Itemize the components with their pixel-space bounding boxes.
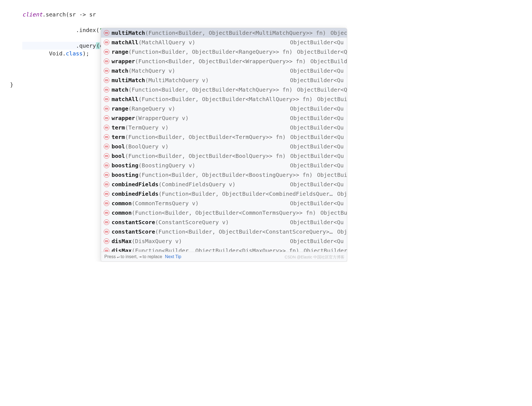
completion-name: common: [112, 199, 132, 207]
completion-signature: (Function<Builder, ObjectBuilder<Boostin…: [138, 171, 312, 179]
completion-name: multiMatch: [112, 29, 145, 37]
completion-item[interactable]: mcombinedFields(CombinedFieldsQuery v)Ob…: [101, 180, 347, 189]
completion-signature: (Function<Builder, ObjectBuilder<MatchAl…: [138, 95, 312, 103]
completion-return-type: ObjectBuilder<Qu: [285, 180, 344, 188]
completion-item[interactable]: mdisMax(Function<Builder, ObjectBuilder<…: [101, 246, 347, 252]
completion-item[interactable]: mmatchAll(Function<Builder, ObjectBuilde…: [101, 94, 347, 104]
completion-signature: (MatchQuery v): [128, 67, 175, 75]
completion-signature: (Function<Builder, ObjectBuilder<MultiMa…: [145, 29, 326, 37]
completion-name: matchAll: [112, 95, 138, 103]
method-icon: m: [104, 134, 109, 140]
completion-signature: (Function<Builder, ObjectBuilder<CommonT…: [132, 209, 316, 217]
keyword-class: class: [66, 50, 83, 57]
completion-signature: (Function<Builder, ObjectBuilder<BoolQue…: [125, 152, 286, 160]
completion-return-type: ObjectBuilder<Qu: [286, 152, 344, 160]
completion-item[interactable]: mboosting(Function<Builder, ObjectBuilde…: [101, 170, 347, 180]
completion-item[interactable]: mconstantScore(ConstantScoreQuery v)Obje…: [101, 217, 347, 227]
completion-signature: (WrapperQuery v): [135, 114, 189, 122]
footer-text: to insert,: [121, 254, 138, 260]
completion-signature: (Function<Builder, ObjectBuilder<MatchQu…: [128, 86, 292, 94]
completion-name: disMax: [112, 247, 132, 252]
completion-item[interactable]: mcommon(CommonTermsQuery v)ObjectBuilder…: [101, 199, 347, 208]
completion-name: disMax: [112, 237, 132, 245]
completion-item[interactable]: mmatch(MatchQuery v)ObjectBuilder<Qu: [101, 66, 347, 75]
completion-name: constantScore: [112, 218, 155, 226]
completion-item[interactable]: mmatch(Function<Builder, ObjectBuilder<M…: [101, 85, 347, 94]
footer-text: Press: [104, 254, 116, 260]
method-icon: m: [104, 30, 109, 36]
completion-signature: (BoolQuery v): [125, 143, 169, 150]
completion-return-type: ObjectBuilder<Qu: [316, 209, 347, 217]
completion-signature: (Function<Builder, ObjectBuilder<Constan…: [155, 228, 333, 236]
enter-key-icon: ↵: [117, 254, 120, 260]
completion-return-type: ObjectBuilder<Qu: [285, 124, 344, 131]
completion-item[interactable]: mterm(TermQuery v)ObjectBuilder<Qu: [101, 123, 347, 132]
completion-signature: (Function<Builder, ObjectBuilder<DisMaxQ…: [132, 247, 299, 252]
method-icon: m: [104, 68, 109, 74]
completion-name: combinedFields: [112, 190, 159, 198]
completion-item[interactable]: mcommon(Function<Builder, ObjectBuilder<…: [101, 208, 347, 217]
completion-item[interactable]: mbool(Function<Builder, ObjectBuilder<Bo…: [101, 151, 347, 161]
method-icon: m: [104, 200, 109, 206]
completion-return-type: ObjectBuilder<Qu: [292, 48, 347, 56]
completion-name: matchAll: [112, 38, 138, 46]
completion-item[interactable]: mwrapper(WrapperQuery v)ObjectBuilder<Qu: [101, 113, 347, 123]
completion-item[interactable]: mbool(BoolQuery v)ObjectBuilder<Qu: [101, 142, 347, 151]
completion-item[interactable]: mconstantScore(Function<Builder, ObjectB…: [101, 227, 347, 236]
completion-item[interactable]: mwrapper(Function<Builder, ObjectBuilder…: [101, 57, 347, 66]
completion-return-type: ObjectBuilder<Qu: [285, 199, 344, 207]
code-text: .query: [76, 42, 96, 49]
next-tip-link[interactable]: Next Tip: [165, 254, 181, 260]
completion-return-type: ObjectBuilder<Qu: [285, 237, 344, 245]
completion-return-type: ObjectBuilder<Qu: [285, 218, 344, 226]
completion-name: multiMatch: [112, 76, 145, 84]
completion-name: term: [112, 124, 125, 131]
completion-return-type: ObjectBuilder<Qu: [306, 57, 347, 65]
completion-name: common: [112, 209, 132, 217]
completion-signature: (Function<Builder, ObjectBuilder<Combine…: [159, 190, 333, 198]
completion-list[interactable]: mmultiMatch(Function<Builder, ObjectBuil…: [101, 28, 347, 252]
completion-name: bool: [112, 143, 125, 150]
method-icon: m: [104, 172, 109, 178]
method-icon: m: [104, 115, 109, 121]
completion-item[interactable]: mterm(Function<Builder, ObjectBuilder<Te…: [101, 132, 347, 142]
completion-name: match: [112, 86, 128, 94]
completion-name: combinedFields: [112, 180, 159, 188]
completion-return-type: ObjectBuilder<Qu: [285, 114, 344, 122]
completion-signature: (CombinedFieldsQuery v): [159, 180, 236, 188]
method-icon: m: [104, 163, 109, 168]
completion-item[interactable]: mdisMax(DisMaxQuery v)ObjectBuilder<Qu: [101, 236, 347, 246]
indent: [22, 50, 49, 57]
completion-return-type: ObjectBuilder<Qu: [333, 190, 347, 198]
completion-signature: (RangeQuery v): [128, 105, 175, 112]
method-icon: m: [104, 153, 109, 159]
completion-item[interactable]: mrange(RangeQuery v)ObjectBuilder<Qu: [101, 104, 347, 113]
code-dot: .: [63, 50, 66, 57]
completion-signature: (DisMaxQuery v): [132, 237, 182, 245]
completion-return-type: ObjectBuilder<Qu: [326, 29, 347, 37]
method-icon: m: [104, 106, 109, 111]
code-type: Void: [49, 50, 62, 57]
completion-signature: (TermQuery v): [125, 124, 169, 131]
method-icon: m: [104, 210, 109, 216]
code-completion-popup[interactable]: mmultiMatch(Function<Builder, ObjectBuil…: [101, 28, 347, 262]
method-icon: m: [104, 219, 109, 225]
method-icon: m: [104, 182, 109, 187]
method-icon: m: [104, 191, 109, 197]
completion-item[interactable]: mmultiMatch(MultiMatchQuery v)ObjectBuil…: [101, 75, 347, 85]
completion-item[interactable]: mmultiMatch(Function<Builder, ObjectBuil…: [101, 28, 347, 38]
completion-return-type: ObjectBuilder<Qu: [333, 228, 347, 236]
completion-item[interactable]: mcombinedFields(Function<Builder, Object…: [101, 189, 347, 199]
completion-item[interactable]: mboosting(BoostingQuery v)ObjectBuilder<…: [101, 161, 347, 170]
method-icon: m: [104, 77, 109, 83]
completion-return-type: ObjectBuilder<Qu: [285, 76, 344, 84]
completion-item[interactable]: mrange(Function<Builder, ObjectBuilder<R…: [101, 47, 347, 57]
completion-return-type: ObjectBuilder<Qu: [285, 67, 344, 75]
method-icon: m: [104, 229, 109, 234]
completion-name: wrapper: [112, 114, 135, 122]
completion-return-type: ObjectBuilder<Qu: [292, 86, 347, 94]
completion-item[interactable]: mmatchAll(MatchAllQuery v)ObjectBuilder<…: [101, 38, 347, 47]
completion-return-type: ObjectBuilder<Qu: [299, 247, 347, 252]
completion-name: wrapper: [112, 57, 135, 65]
close-brace: }: [10, 81, 13, 88]
